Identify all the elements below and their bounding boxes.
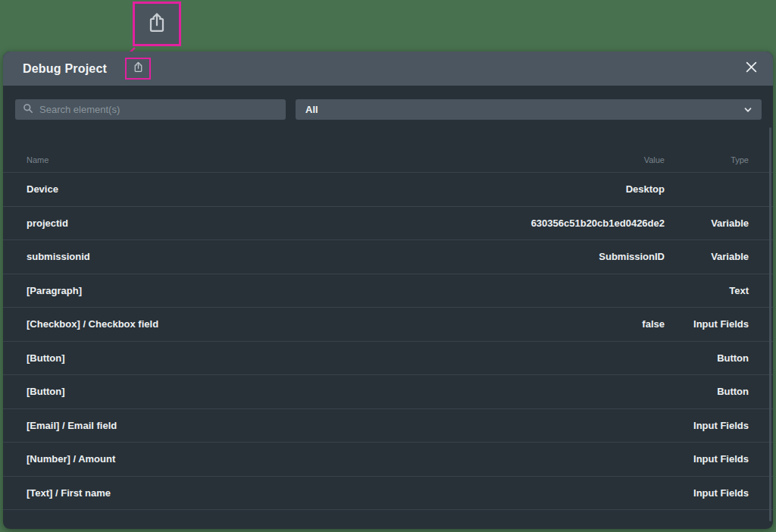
type-filter-dropdown[interactable]: All (296, 99, 762, 120)
debug-project-modal: Debug Project (3, 52, 773, 529)
row-type: Input Fields (665, 453, 749, 465)
row-name: projectid (27, 217, 531, 229)
modal-title: Debug Project (23, 62, 107, 76)
row-value: false (642, 318, 665, 330)
row-name: [Button] (27, 352, 665, 364)
table-row[interactable]: [Number] / Amount Input Fields (3, 443, 773, 477)
column-header-name: Name (27, 155, 644, 164)
table-row[interactable]: submissionid SubmissionID Variable (3, 240, 773, 274)
row-value: SubmissionID (599, 251, 665, 262)
row-type: Text (665, 285, 749, 296)
row-type: Variable (665, 217, 749, 229)
table-row[interactable]: [Paragraph] Text (3, 274, 773, 308)
elements-table: Name Value Type Device Desktop projectid… (3, 148, 773, 510)
close-button[interactable] (743, 61, 759, 77)
modal-header: Debug Project (3, 52, 773, 86)
row-name: Device (27, 183, 626, 195)
row-name: [Button] (27, 386, 665, 397)
row-name: [Checkbox] / Checkbox field (27, 318, 642, 330)
filter-controls: All (15, 99, 762, 120)
row-name: [Number] / Amount (27, 453, 665, 465)
chevron-down-icon (743, 105, 753, 114)
row-type: Input Fields (665, 487, 749, 499)
row-name: [Email] / Email field (27, 420, 665, 431)
row-value: Desktop (626, 183, 665, 195)
row-type: Input Fields (665, 420, 749, 431)
close-icon (745, 61, 758, 77)
share-export-icon (132, 61, 145, 77)
type-filter-value: All (305, 104, 318, 115)
table-row[interactable]: [Button] Button (3, 342, 773, 376)
share-export-icon (145, 11, 169, 38)
column-header-value: Value (644, 155, 665, 164)
table-row[interactable]: [Email] / Email field Input Fields (3, 409, 773, 443)
table-row[interactable]: [Button] Button (3, 375, 773, 409)
row-type: Button (665, 352, 749, 364)
table-row[interactable]: [Text] / First name Input Fields (3, 477, 773, 511)
toolbar-share-button[interactable] (133, 2, 181, 46)
table-row[interactable]: Device Desktop (3, 173, 773, 207)
search-input[interactable] (39, 104, 278, 115)
row-value: 630356c51b20cb1ed0426de2 (531, 217, 665, 229)
search-box[interactable] (15, 99, 286, 120)
row-type: Button (665, 386, 749, 397)
search-icon (23, 103, 33, 117)
table-header-row: Name Value Type (3, 148, 773, 173)
modal-share-button[interactable] (125, 58, 151, 80)
column-header-type: Type (665, 155, 749, 164)
table-row[interactable]: projectid 630356c51b20cb1ed0426de2 Varia… (3, 207, 773, 241)
row-type: Variable (665, 251, 749, 262)
table-body: Device Desktop projectid 630356c51b20cb1… (3, 173, 773, 510)
page-background: { "colors": { "background_green": "#4871… (0, 0, 776, 532)
row-type: Input Fields (665, 318, 749, 330)
row-name: submissionid (27, 251, 599, 262)
row-name: [Paragraph] (27, 285, 665, 296)
scrollbar[interactable] (769, 127, 771, 521)
table-row[interactable]: [Checkbox] / Checkbox field false Input … (3, 308, 773, 342)
row-name: [Text] / First name (27, 487, 665, 499)
